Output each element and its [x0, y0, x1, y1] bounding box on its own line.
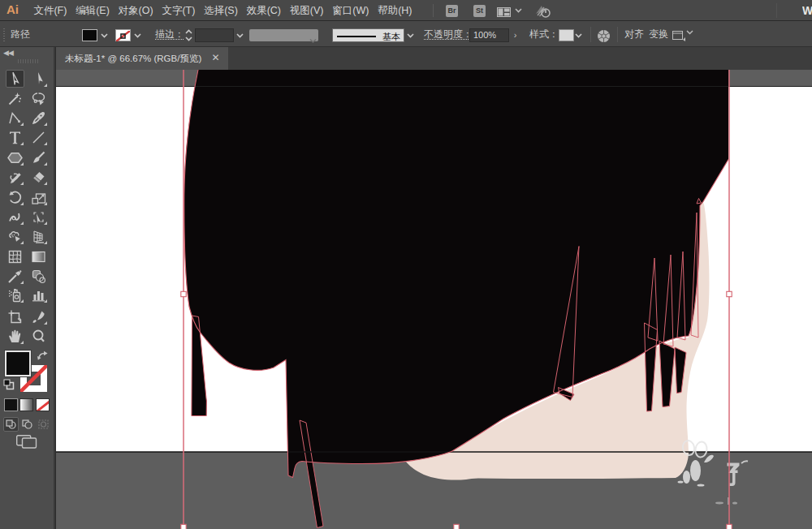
selection-tool-icon — [7, 71, 23, 87]
direct-selection-tool[interactable] — [29, 70, 48, 88]
width-profile-dropdown[interactable] — [249, 29, 318, 41]
tools-panel: ◀◀ — [0, 47, 56, 529]
magic-wand-tool[interactable] — [6, 89, 24, 107]
stroke-weight-label[interactable]: 描边： — [155, 22, 184, 46]
transform-button[interactable]: 变换 — [649, 22, 668, 46]
stroke-color-swatch[interactable] — [115, 29, 131, 41]
blend-tool[interactable] — [29, 267, 48, 285]
selection-tool[interactable] — [6, 70, 24, 88]
hand-tool[interactable] — [6, 327, 24, 345]
default-fill-stroke-icon[interactable] — [3, 379, 15, 394]
bbox-handle[interactable] — [727, 291, 732, 296]
scale-tool[interactable] — [29, 188, 48, 206]
draw-normal-mode[interactable] — [3, 417, 19, 432]
panel-options-icon[interactable] — [672, 30, 685, 45]
symbol-sprayer-tool[interactable] — [6, 286, 24, 303]
brush-definition-chevron-icon[interactable] — [405, 29, 416, 41]
stock-button[interactable]: St — [473, 5, 486, 17]
gradient-button[interactable] — [19, 398, 33, 411]
screen-mode-icon[interactable] — [16, 435, 37, 452]
tab-close-icon[interactable]: ✕ — [211, 54, 220, 62]
artboard-tool-icon — [7, 309, 23, 325]
menu-window[interactable]: 窗口(W) — [328, 0, 374, 21]
bbox-handle[interactable] — [181, 524, 186, 529]
tools-panel-grip[interactable] — [18, 59, 39, 63]
rotate-tool[interactable] — [6, 188, 24, 206]
polygon-tool[interactable] — [6, 148, 24, 166]
width-tool-icon — [7, 209, 23, 225]
free-transform-tool[interactable] — [29, 208, 48, 226]
artboard-tool[interactable] — [6, 308, 24, 325]
shaper-tool[interactable] — [6, 168, 24, 186]
bbox-handle[interactable] — [181, 291, 186, 296]
graphic-style-chevron-icon[interactable] — [573, 29, 584, 41]
menu-help[interactable]: 帮助(H) — [374, 0, 417, 21]
tool-row — [6, 168, 50, 186]
align-button[interactable]: 对齐 — [624, 22, 644, 46]
width-tool[interactable] — [6, 208, 24, 226]
fill-chevron-icon[interactable] — [99, 29, 110, 41]
menu-select[interactable]: 选择(S) — [200, 0, 242, 21]
color-button[interactable] — [4, 398, 18, 411]
tool-row — [6, 188, 50, 206]
canvas-area[interactable] — [56, 70, 812, 529]
type-tool[interactable] — [6, 128, 24, 146]
stroke-weight-chevron-icon[interactable] — [235, 29, 245, 41]
tool-row — [6, 267, 50, 285]
controlbar-grip[interactable] — [3, 28, 5, 41]
opacity-input[interactable]: 100% — [469, 28, 509, 42]
workspace-chevron-icon[interactable] — [515, 8, 522, 13]
line-segment-tool-icon — [31, 130, 46, 145]
style-label: 样式： — [529, 22, 559, 46]
eyedropper-tool[interactable] — [6, 267, 24, 285]
gradient-tool-icon — [31, 249, 46, 264]
gradient-tool[interactable] — [29, 247, 48, 265]
column-graph-tool-icon — [31, 287, 46, 303]
workspace-icon[interactable] — [497, 6, 511, 20]
stroke-chevron-icon[interactable] — [132, 29, 143, 41]
controlbar-divider — [617, 27, 618, 42]
curvature-tool[interactable] — [6, 109, 24, 127]
pen-tool[interactable] — [29, 109, 48, 127]
fill-color-swatch[interactable] — [82, 29, 97, 41]
draw-inside-mode[interactable] — [36, 417, 51, 432]
swap-fill-stroke-icon[interactable] — [37, 350, 50, 364]
slice-tool[interactable] — [29, 308, 48, 325]
shape-builder-tool[interactable] — [6, 227, 24, 245]
brush-definition-dropdown[interactable]: 基本 — [332, 28, 404, 42]
recolor-artwork-icon[interactable] — [597, 29, 611, 46]
collapse-panel-button[interactable]: ◀◀ — [3, 49, 13, 57]
stroke-weight-input[interactable] — [195, 28, 234, 42]
perspective-grid-tool[interactable] — [29, 227, 48, 245]
eraser-tool[interactable] — [29, 168, 48, 186]
bbox-handle[interactable] — [727, 524, 732, 529]
menu-effect[interactable]: 效果(C) — [242, 0, 285, 21]
fill-color-indicator[interactable] — [5, 351, 31, 376]
none-button[interactable] — [36, 398, 50, 411]
opacity-label[interactable]: 不透明度： — [424, 22, 473, 46]
menu-type[interactable]: 文字(T) — [158, 0, 200, 21]
line-segment-tool[interactable] — [29, 128, 48, 146]
lasso-tool[interactable] — [29, 89, 48, 107]
bbox-handle[interactable] — [454, 524, 459, 529]
menu-edit[interactable]: 编辑(E) — [71, 0, 114, 21]
polygon-tool-icon — [7, 150, 23, 166]
document-tab[interactable]: 未标题-1* @ 66.67% (RGB/预览) ✕ — [56, 47, 228, 70]
menu-file[interactable]: 文件(F) — [29, 0, 71, 21]
draw-behind-mode[interactable] — [19, 417, 35, 432]
zoom-tool[interactable] — [29, 327, 48, 345]
paintbrush-tool[interactable] — [29, 148, 48, 166]
graphic-style-swatch[interactable] — [559, 29, 574, 41]
column-graph-tool[interactable] — [29, 286, 48, 303]
mesh-tool[interactable] — [6, 247, 24, 265]
stroke-weight-stepper[interactable] — [184, 28, 193, 42]
gpu-performance-icon[interactable] — [534, 3, 551, 22]
bridge-button[interactable]: Br — [446, 5, 458, 17]
opacity-more-button[interactable]: › — [510, 28, 520, 42]
menu-object[interactable]: 对象(O) — [114, 0, 158, 21]
menu-view[interactable]: 视图(V) — [285, 0, 327, 21]
document-tab-bar: 未标题-1* @ 66.67% (RGB/预览) ✕ — [56, 47, 812, 70]
direct-selection-tool-icon — [31, 71, 46, 87]
magic-wand-tool-icon — [7, 91, 23, 106]
panel-options-chevron-icon[interactable] — [686, 30, 697, 42]
